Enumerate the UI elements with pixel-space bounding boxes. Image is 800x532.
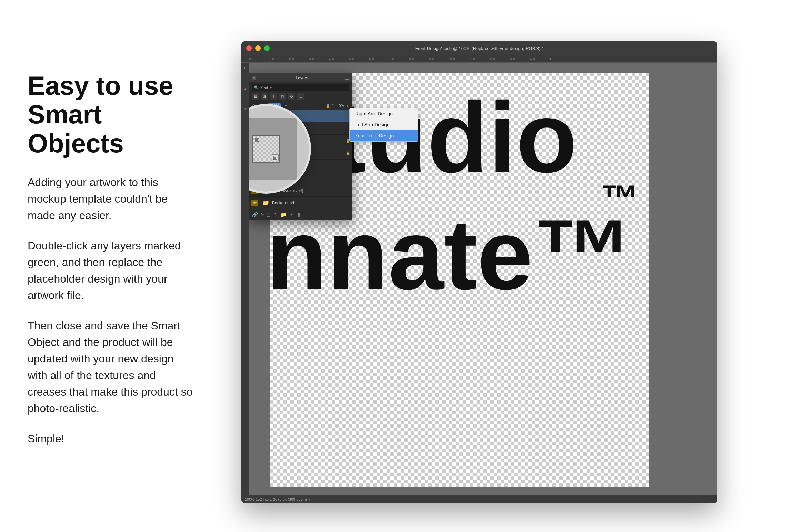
layers-close-btn[interactable]: ✕	[252, 76, 256, 80]
main-container: Easy to use Smart Objects Adding your ar…	[0, 0, 800, 532]
layers-panel-title: Layers	[259, 75, 345, 80]
headline: Easy to use Smart Objects	[28, 71, 193, 158]
delete-layer-icon[interactable]: 🗑	[297, 212, 301, 217]
layers-menu-icon[interactable]: ☰	[345, 75, 349, 81]
smart-object-icon2	[254, 136, 261, 143]
new-layer-icon[interactable]: ＋	[289, 212, 294, 218]
close-button[interactable]	[246, 45, 252, 51]
context-item-right-arm[interactable]: Right Arm Design	[350, 108, 418, 119]
fill-value[interactable]: 0%	[339, 104, 344, 108]
paragraph-2: Double-click any layers marked green, an…	[28, 237, 193, 304]
photoshop-window: Front Design1.psb @ 100% (Replace with y…	[241, 41, 717, 503]
layer-icon-text[interactable]: T	[270, 93, 277, 100]
lock-design: 🔒	[346, 151, 350, 155]
layers-search-bar: 🔍 Kind ▼	[252, 84, 349, 91]
left-panel: Easy to use Smart Objects Adding your ar…	[28, 71, 207, 461]
minimize-button[interactable]	[255, 45, 261, 51]
ps-titlebar: Front Design1.psb @ 100% (Replace with y…	[241, 41, 717, 55]
chevron-background: ›	[260, 201, 261, 205]
eye-orange-background[interactable]: 👁	[251, 200, 258, 206]
layer-icon-more[interactable]: …	[297, 93, 304, 100]
paragraph-4: Simple!	[28, 430, 193, 447]
context-menu: Right Arm Design Left Arm Design Your Fr…	[349, 108, 418, 142]
paragraph-1: Adding your artwork to this mockup templ…	[28, 174, 193, 224]
zoom-thumb	[252, 135, 280, 163]
link-layers-icon[interactable]: 🔗	[252, 212, 258, 217]
kind-label: Kind	[260, 86, 268, 90]
layer-icon-image[interactable]: 🖼	[252, 93, 259, 100]
paragraph-3: Then close and save the Smart Object and…	[28, 317, 193, 417]
kind-dropdown-arrow[interactable]: ▼	[269, 86, 272, 90]
fx-icon[interactable]: fx	[261, 212, 264, 217]
layer-icon-adjust[interactable]: ◑	[261, 93, 268, 100]
layer-name-background: Background	[272, 201, 350, 205]
context-item-left-arm[interactable]: Left Arm Design	[350, 119, 418, 130]
adjustment-icon[interactable]: ⊙	[273, 212, 278, 217]
ps-status-text: 100% 1524 px x 2076 px (300 ppcm) >	[245, 497, 310, 501]
layers-header: 🔍 Kind ▼ 🖼 ◑ T ◻ ⚙ …	[249, 82, 352, 102]
new-group-icon[interactable]: 📁	[280, 212, 286, 217]
folder-icon-background: 📁	[262, 199, 270, 207]
ps-window-title: Front Design1.psb @ 100% (Replace with y…	[415, 46, 543, 51]
traffic-lights	[246, 45, 270, 51]
fill-label: Fill:	[331, 104, 337, 108]
layers-titlebar: ✕ Layers ☰	[249, 73, 352, 82]
mask-icon[interactable]: ◻	[267, 212, 271, 217]
fill-arrow[interactable]: ▼	[346, 104, 349, 108]
layer-row-background[interactable]: 👁 › 📁 Background	[249, 197, 352, 209]
right-panel: Front Design1.psb @ 100% (Replace with y…	[207, 21, 772, 511]
smart-object-icon	[272, 154, 279, 161]
lock-icon: 🔒	[326, 104, 330, 108]
context-item-front-design[interactable]: Your Front Design	[350, 130, 418, 141]
svg-rect-1	[274, 157, 276, 159]
ruler-horizontal: 0 100 200 300 400 500 600 700 800 900 10…	[241, 55, 717, 63]
layers-icons-row: 🖼 ◑ T ◻ ⚙ …	[252, 93, 349, 100]
ps-content: 0 1 2 Studio ™	[241, 63, 717, 495]
ps-canvas-area: Studio ™ nnate™ ✕ Layers ☰	[249, 63, 717, 495]
opacity-arrow[interactable]: ▼	[284, 104, 288, 108]
ps-body: 0 100 200 300 400 500 600 700 800 900 10…	[241, 55, 717, 503]
layer-icon-smart[interactable]: ⚙	[288, 93, 295, 100]
svg-rect-3	[256, 139, 258, 141]
search-icon: 🔍	[254, 85, 259, 90]
ps-statusbar: 100% 1524 px x 2076 px (300 ppcm) >	[241, 495, 717, 503]
layers-bottom-bar: 🔗 fx ◻ ⊙ 📁 ＋ 🗑	[249, 209, 352, 220]
layer-icon-shape[interactable]: ◻	[279, 93, 286, 100]
side-ruler: 0 1 2	[241, 63, 249, 495]
maximize-button[interactable]	[264, 45, 270, 51]
